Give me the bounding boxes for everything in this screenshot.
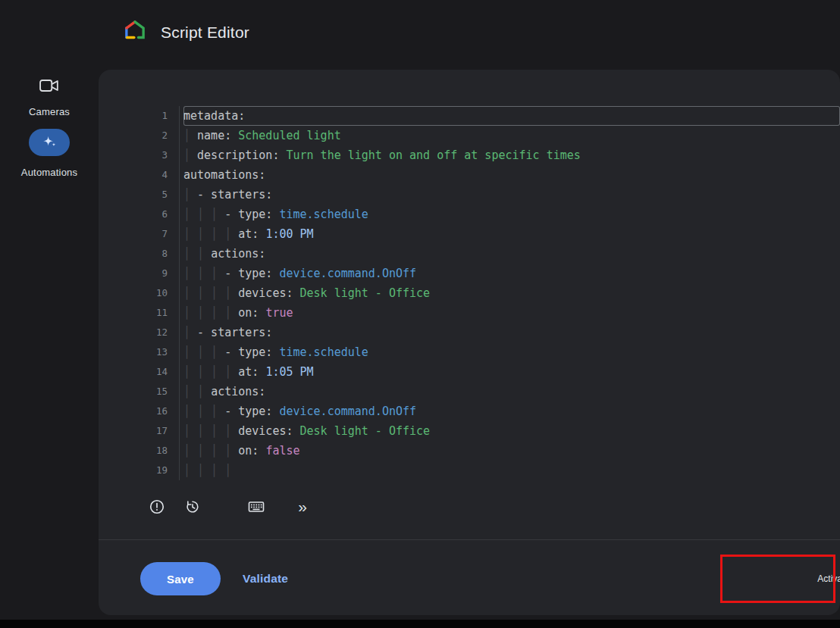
line-number: 2: [140, 126, 179, 145]
history-icon: [184, 498, 201, 515]
line-number: 11: [140, 303, 179, 323]
code-line[interactable]: │ description: Turn the light on and off…: [183, 145, 840, 165]
line-number: 12: [140, 323, 179, 342]
code-token-guide: │ │ │ │: [183, 306, 238, 320]
code-token-str: Desk light - Office: [300, 286, 431, 300]
line-number: 16: [140, 401, 179, 421]
code-token-guide: │: [183, 148, 197, 162]
code-token-str: Turn the light on and off at specific ti…: [286, 148, 580, 162]
code-token-key: devices:: [238, 286, 293, 300]
code-token-guide: │ │ │: [183, 208, 224, 221]
code-line[interactable]: │ │ actions:: [183, 244, 840, 264]
code-token-plain: [293, 424, 300, 438]
activate-control: Activate: [697, 562, 840, 595]
code-line[interactable]: │ │ │ │ at: 1:05 PM: [183, 362, 840, 382]
code-token-bool: false: [265, 444, 299, 458]
code-token-guide: │: [183, 326, 197, 339]
line-number: 13: [140, 342, 179, 362]
code-token-plain: [231, 129, 238, 142]
code-token-blue: device.command.OnOff: [279, 267, 416, 280]
footer-divider: [99, 539, 840, 540]
code-token-key: - starters:: [197, 188, 272, 202]
code-token-key: actions:: [211, 247, 265, 261]
code-token-guide: │: [183, 188, 197, 202]
code-token-key: name:: [197, 129, 231, 142]
line-number: 18: [140, 441, 179, 461]
code-line[interactable]: │ │ │ │: [183, 461, 840, 480]
script-editor-panel: 12345678910111213141516171819 metadata:│…: [99, 70, 840, 615]
code-token-key: - type:: [224, 267, 272, 280]
line-number: 3: [140, 145, 179, 165]
navigation-rail: Cameras Automations: [0, 0, 99, 628]
code-token-guide: │ │ │: [183, 267, 224, 280]
code-token-key: on:: [238, 444, 259, 458]
code-line[interactable]: │ - starters:: [183, 323, 840, 342]
code-line[interactable]: │ - starters:: [183, 185, 840, 205]
code-line[interactable]: │ │ │ │ devices: Desk light - Office: [183, 283, 840, 303]
code-token-blue: time.schedule: [279, 345, 368, 359]
code-line[interactable]: │ │ │ │ at: 1:00 PM: [183, 224, 840, 244]
line-number: 1: [140, 106, 179, 126]
code-line[interactable]: │ │ │ - type: device.command.OnOff: [183, 401, 840, 421]
more-tools-button[interactable]: »: [293, 497, 312, 517]
validate-button[interactable]: Validate: [243, 562, 288, 595]
code-token-time: 1:05 PM: [265, 365, 313, 379]
gutter: 12345678910111213141516171819: [140, 106, 180, 480]
page-title: Script Editor: [161, 21, 249, 44]
code-line[interactable]: │ │ │ │ on: true: [183, 303, 840, 323]
code-token-key: - type:: [224, 345, 272, 359]
keyboard-button[interactable]: [246, 497, 266, 517]
keyboard-icon: [247, 498, 265, 516]
code-token-guide: │ │ │: [183, 345, 224, 359]
sidebar-item-label: Cameras: [0, 106, 99, 117]
code-line[interactable]: │ │ │ │ on: false: [183, 441, 840, 461]
sidebar-item-label: Automations: [0, 167, 99, 178]
code-token-guide: │ │ │ │: [183, 424, 238, 438]
selected-item-pill: [29, 129, 70, 156]
code-line[interactable]: │ name: Scheduled light: [183, 126, 840, 145]
code-token-plain: [293, 286, 300, 300]
code-line[interactable]: │ │ │ - type: time.schedule: [183, 205, 840, 224]
code-token-guide: │ │ │ │: [183, 464, 231, 477]
code-token-key: metadata:: [183, 109, 245, 123]
code-token-blue: device.command.OnOff: [279, 405, 416, 418]
code-token-key: - type:: [224, 208, 272, 221]
bottom-edge-strip: [0, 620, 840, 628]
script-editor-window: Script Editor Cameras Automations 123456…: [0, 0, 840, 628]
line-number: 17: [140, 421, 179, 441]
chevron-double-right-icon: »: [298, 497, 307, 517]
code-token-time: 1:00 PM: [265, 227, 313, 241]
google-home-logo-icon: [123, 19, 147, 41]
code-token-guide: │: [183, 129, 197, 142]
code-token-bool: true: [265, 306, 293, 320]
code-line[interactable]: metadata:: [183, 106, 840, 126]
sparkle-icon: [41, 134, 58, 151]
code-token-key: devices:: [238, 424, 293, 438]
code-token-str: Desk light - Office: [300, 424, 431, 438]
code-lines: metadata:│ name: Scheduled light│ descri…: [180, 106, 840, 480]
code-line[interactable]: │ │ │ - type: device.command.OnOff: [183, 264, 840, 283]
code-line[interactable]: │ │ │ - type: time.schedule: [183, 342, 840, 362]
code-token-guide: │ │ │ │: [183, 444, 238, 458]
save-button[interactable]: Save: [140, 562, 221, 595]
sidebar-item-automations[interactable]: Automations: [0, 129, 99, 178]
code-line[interactable]: │ │ actions:: [183, 382, 840, 401]
history-button[interactable]: [183, 497, 202, 517]
code-token-guide: │ │ │: [183, 405, 224, 418]
code-editor[interactable]: 12345678910111213141516171819 metadata:│…: [140, 106, 840, 480]
line-number: 10: [140, 283, 179, 303]
problems-button[interactable]: [147, 497, 167, 517]
sidebar-item-cameras[interactable]: Cameras: [0, 79, 99, 117]
code-token-key: - starters:: [197, 326, 272, 339]
problems-icon: [149, 498, 165, 515]
line-number: 4: [140, 165, 179, 185]
code-line[interactable]: automations:: [183, 165, 840, 185]
code-token-key: at:: [238, 365, 259, 379]
code-token-key: actions:: [211, 385, 265, 398]
code-token-key: - type:: [224, 405, 272, 418]
code-token-key: automations:: [183, 168, 265, 182]
code-line[interactable]: │ │ │ │ devices: Desk light - Office: [183, 421, 840, 441]
line-number: 14: [140, 362, 179, 382]
line-number: 8: [140, 244, 179, 264]
line-number: 5: [140, 185, 179, 205]
